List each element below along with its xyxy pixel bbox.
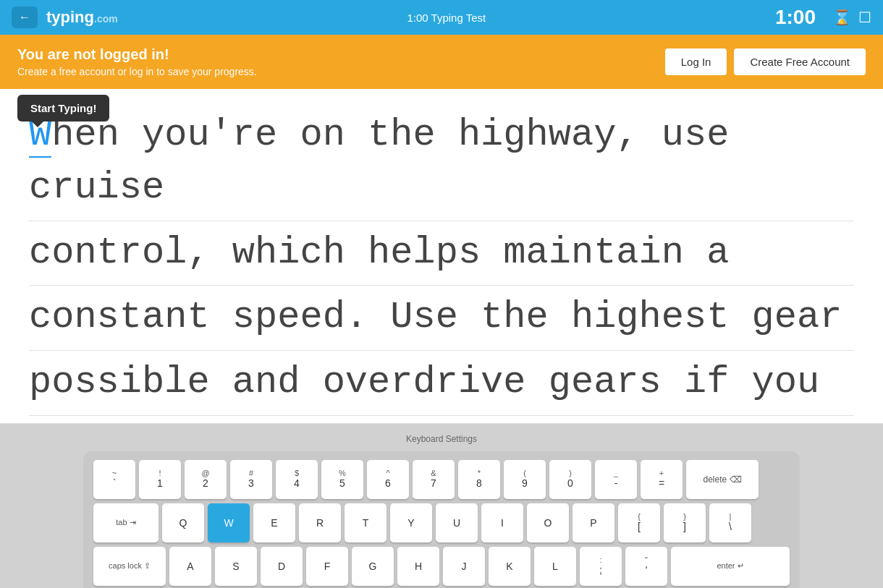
line-1-rest: hen you're on the highway, use cruise: [29, 114, 729, 209]
key-2[interactable]: @2: [185, 460, 227, 499]
key-d[interactable]: D: [261, 547, 303, 586]
keyboard-settings-label[interactable]: Keyboard Settings: [14, 434, 869, 444]
test-title: 1:00 Typing Test: [127, 12, 766, 24]
login-banner: You are not logged in! Create a free acc…: [0, 35, 883, 89]
key-minus[interactable]: _-: [595, 460, 637, 499]
key-row-numbers: ~` !1 @2 #3 $4 %5 ^6 &7 *8 (9 )0 _- += d…: [93, 460, 790, 499]
key-5[interactable]: %5: [321, 460, 363, 499]
key-i[interactable]: I: [481, 503, 523, 542]
topbar: ← typing.com 1:00 Typing Test 1:00 ⌛ ☐: [0, 0, 883, 35]
key-tilde[interactable]: ~`: [93, 460, 135, 499]
key-4[interactable]: $4: [276, 460, 318, 499]
logo-com: .com: [94, 13, 118, 25]
key-r[interactable]: R: [299, 503, 341, 542]
typing-line-3: constant speed. Use the highest gear: [29, 286, 854, 351]
topbar-icons: ⌛ ☐: [833, 9, 871, 26]
key-tab[interactable]: tab ⇥: [93, 503, 159, 542]
banner-buttons: Log In Create Free Account: [665, 48, 866, 75]
settings-icon[interactable]: ☐: [858, 9, 871, 26]
key-capslock[interactable]: caps lock ⇪: [93, 547, 166, 586]
key-lbracket[interactable]: {[: [618, 503, 660, 542]
keyboard-container: Keyboard Settings ~` !1 @2 #3 $4 %5 ^6 &…: [0, 424, 883, 588]
key-y[interactable]: Y: [390, 503, 432, 542]
key-rbracket[interactable]: }]: [664, 503, 706, 542]
key-row-asdf: caps lock ⇪ A S D F G H J K L :; "' ente…: [93, 547, 790, 586]
typing-area[interactable]: When you're on the highway, use cruise c…: [0, 89, 883, 424]
key-semicolon[interactable]: :;: [580, 547, 622, 586]
logo-typing: typing: [46, 8, 94, 26]
key-w[interactable]: W: [208, 503, 250, 542]
key-delete[interactable]: delete ⌫: [686, 460, 759, 499]
banner-content: You are not logged in! Create a free acc…: [17, 46, 257, 77]
key-1[interactable]: !1: [139, 460, 181, 499]
key-e[interactable]: E: [253, 503, 295, 542]
banner-title: You are not logged in!: [17, 46, 257, 63]
start-typing-tooltip: Start Typing!: [17, 95, 109, 122]
key-p[interactable]: P: [573, 503, 614, 542]
key-6[interactable]: ^6: [367, 460, 409, 499]
key-g[interactable]: G: [352, 547, 394, 586]
keyboard: ~` !1 @2 #3 $4 %5 ^6 &7 *8 (9 )0 _- += d…: [83, 451, 800, 588]
typing-line-1: When you're on the highway, use cruise: [29, 103, 854, 221]
key-row-qwerty: tab ⇥ Q W E R T Y U I O P {[ }] |\: [93, 503, 790, 542]
key-9[interactable]: (9: [504, 460, 546, 499]
key-enter[interactable]: enter ↵: [671, 547, 790, 586]
key-s[interactable]: S: [215, 547, 257, 586]
key-k[interactable]: K: [489, 547, 531, 586]
banner-subtitle: Create a free account or log in to save …: [17, 66, 257, 77]
key-q[interactable]: Q: [162, 503, 204, 542]
key-j[interactable]: J: [443, 547, 485, 586]
typing-line-2: control, which helps maintain a: [29, 221, 854, 286]
key-h[interactable]: H: [397, 547, 439, 586]
timer-display: 1:00: [775, 6, 816, 29]
logo: typing.com: [46, 8, 118, 27]
key-o[interactable]: O: [527, 503, 569, 542]
key-3[interactable]: #3: [230, 460, 272, 499]
key-t[interactable]: T: [345, 503, 386, 542]
back-button[interactable]: ←: [12, 7, 38, 28]
key-equals[interactable]: +=: [641, 460, 683, 499]
login-button[interactable]: Log In: [665, 48, 727, 75]
key-l[interactable]: L: [534, 547, 576, 586]
back-icon: ←: [19, 11, 30, 24]
history-icon[interactable]: ⌛: [833, 9, 851, 26]
create-account-button[interactable]: Create Free Account: [734, 48, 866, 75]
typing-line-4: possible and overdrive gears if you: [29, 351, 854, 416]
key-backslash[interactable]: |\: [709, 503, 751, 542]
key-8[interactable]: *8: [458, 460, 500, 499]
key-f[interactable]: F: [306, 547, 348, 586]
key-7[interactable]: &7: [413, 460, 455, 499]
key-0[interactable]: )0: [549, 460, 591, 499]
key-quote[interactable]: "': [625, 547, 667, 586]
key-u[interactable]: U: [436, 503, 478, 542]
key-a[interactable]: A: [169, 547, 211, 586]
